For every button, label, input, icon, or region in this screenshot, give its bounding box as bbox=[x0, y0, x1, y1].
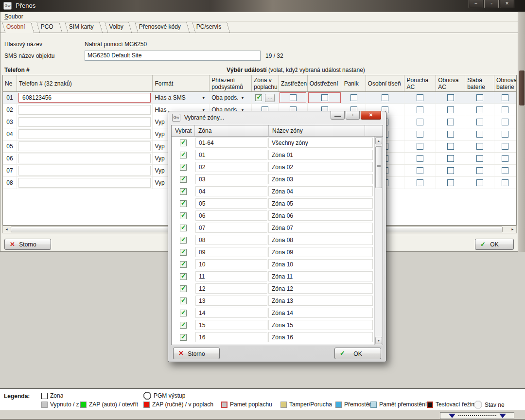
down-triangle-icon[interactable] bbox=[499, 414, 506, 418]
scroll-left-icon[interactable]: ◄ bbox=[3, 227, 10, 232]
tab-osobni[interactable]: Osobní bbox=[2, 22, 35, 33]
zone-alarm-checkbox[interactable]: ✓ bbox=[255, 94, 262, 101]
ac-fail-checkbox[interactable] bbox=[417, 143, 423, 150]
ac-fail-checkbox[interactable] bbox=[417, 167, 423, 174]
zone-row[interactable]: ✓ 10 Zóna 10 bbox=[172, 258, 374, 270]
ac-restore-checkbox[interactable] bbox=[447, 94, 454, 101]
zone-checkbox[interactable]: ✓ bbox=[180, 152, 187, 158]
close-icon[interactable]: ✕ bbox=[361, 111, 381, 120]
ac-restore-checkbox[interactable] bbox=[447, 167, 454, 174]
low-battery-checkbox[interactable] bbox=[476, 106, 483, 113]
ac-restore-checkbox[interactable] bbox=[447, 179, 454, 186]
battery-restore-checkbox[interactable] bbox=[502, 131, 508, 138]
low-battery-checkbox[interactable] bbox=[476, 131, 483, 138]
menu-item-soubor[interactable]: Soubor bbox=[0, 12, 27, 21]
disarm-checkbox[interactable] bbox=[321, 94, 328, 101]
zone-checkbox[interactable]: ✓ bbox=[180, 164, 187, 171]
tab-prenosove-kody[interactable]: Přenosové kódy bbox=[135, 22, 191, 33]
battery-restore-checkbox[interactable] bbox=[502, 119, 508, 125]
low-battery-checkbox[interactable] bbox=[476, 167, 483, 174]
zone-checkbox[interactable]: ✓ bbox=[180, 249, 187, 256]
phone-input[interactable] bbox=[18, 105, 151, 115]
ac-fail-checkbox[interactable] bbox=[417, 131, 423, 138]
dialog-ok-button[interactable]: ✓ OK bbox=[334, 348, 381, 359]
zone-row[interactable]: ✓ 02 Zóna 02 bbox=[172, 161, 374, 173]
battery-restore-checkbox[interactable] bbox=[502, 179, 508, 186]
partition-dropdown[interactable]: Oba pods. ▼ bbox=[210, 92, 252, 104]
tab-sim-karty[interactable]: SIM karty bbox=[65, 22, 104, 33]
dialog-storno-button[interactable]: ✕ Storno bbox=[173, 348, 220, 359]
scroll-right-icon[interactable]: ► bbox=[509, 227, 516, 232]
ac-restore-checkbox[interactable] bbox=[447, 119, 454, 125]
zone-row[interactable]: ✓ 05 Zóna 05 bbox=[172, 197, 374, 210]
ac-restore-checkbox[interactable] bbox=[447, 106, 454, 113]
ac-restore-checkbox[interactable] bbox=[447, 143, 454, 150]
low-battery-checkbox[interactable] bbox=[476, 179, 483, 186]
ac-restore-checkbox[interactable] bbox=[447, 155, 454, 162]
phone-input[interactable] bbox=[18, 129, 151, 139]
phone-input[interactable] bbox=[18, 141, 151, 151]
phone-input[interactable]: 608123456 bbox=[18, 93, 151, 103]
zone-checkbox[interactable]: ✓ bbox=[180, 188, 187, 195]
zone-scrollbar[interactable]: ▲ ▼ bbox=[374, 137, 383, 345]
zone-row[interactable]: ✓ 15 Zóna 15 bbox=[172, 319, 374, 331]
storno-button[interactable]: ✕ Storno bbox=[4, 239, 51, 250]
zone-checkbox[interactable]: ✓ bbox=[180, 225, 187, 231]
zone-checkbox[interactable]: ✓ bbox=[180, 310, 187, 316]
zone-checkbox[interactable]: ✓ bbox=[180, 261, 187, 268]
low-battery-checkbox[interactable] bbox=[476, 119, 483, 125]
zone-row[interactable]: ✓ 09 Zóna 09 bbox=[172, 246, 374, 258]
low-battery-checkbox[interactable] bbox=[476, 94, 483, 101]
zone-row[interactable]: ✓ 01 Zóna 01 bbox=[172, 149, 374, 161]
zone-row[interactable]: ✓ 16 Zóna 16 bbox=[172, 331, 374, 343]
panic-checkbox[interactable] bbox=[350, 94, 357, 101]
zone-row[interactable]: ✓ 06 Zóna 06 bbox=[172, 210, 374, 222]
format-dropdown[interactable]: Hlas a SMS ▼ bbox=[153, 92, 210, 104]
maximize-icon[interactable]: ▫ bbox=[346, 111, 360, 120]
tab-pc-servis[interactable]: PC/servis bbox=[192, 22, 231, 33]
battery-restore-checkbox[interactable] bbox=[502, 143, 508, 150]
zone-row[interactable]: ✓ 08 Zóna 08 bbox=[172, 234, 374, 246]
maximize-icon[interactable]: ▫ bbox=[484, 0, 499, 8]
phone-input[interactable] bbox=[18, 117, 151, 127]
sms-name-input[interactable]: MG6250 Default Site bbox=[85, 51, 261, 61]
tab-pco[interactable]: PCO bbox=[36, 22, 63, 33]
close-icon[interactable]: ✕ bbox=[500, 0, 514, 8]
tab-volby[interactable]: Volby bbox=[105, 22, 133, 33]
zone-checkbox[interactable]: ✓ bbox=[180, 200, 187, 207]
ac-fail-checkbox[interactable] bbox=[417, 179, 423, 186]
ac-restore-checkbox[interactable] bbox=[447, 131, 454, 138]
zone-checkbox[interactable]: ✓ bbox=[180, 298, 187, 304]
phone-input[interactable] bbox=[18, 166, 151, 175]
ac-fail-checkbox[interactable] bbox=[417, 119, 423, 125]
zone-checkbox[interactable]: ✓ bbox=[180, 237, 187, 244]
zone-checkbox[interactable]: ✓ bbox=[180, 140, 187, 146]
zone-row[interactable]: ✓ 04 Zóna 04 bbox=[172, 185, 374, 197]
ac-fail-checkbox[interactable] bbox=[417, 94, 423, 101]
arm-checkbox[interactable] bbox=[290, 94, 297, 101]
zone-checkbox[interactable]: ✓ bbox=[180, 334, 187, 341]
zone-row[interactable]: ✓ 13 Zóna 13 bbox=[172, 295, 374, 307]
minimize-icon[interactable] bbox=[331, 111, 345, 120]
scrollbar-thumb[interactable] bbox=[375, 146, 382, 188]
low-battery-checkbox[interactable] bbox=[476, 143, 483, 150]
zone-checkbox[interactable]: ✓ bbox=[180, 273, 187, 280]
zone-row[interactable]: ✓ 07 Zóna 07 bbox=[172, 222, 374, 234]
zone-row[interactable]: ✓ 12 Zóna 12 bbox=[172, 282, 374, 295]
ok-button[interactable]: ✓ OK bbox=[475, 239, 514, 250]
phone-input[interactable] bbox=[18, 154, 151, 163]
battery-restore-checkbox[interactable] bbox=[502, 155, 508, 162]
battery-restore-checkbox[interactable] bbox=[502, 106, 508, 113]
low-battery-checkbox[interactable] bbox=[476, 155, 483, 162]
personal-checkbox[interactable] bbox=[382, 94, 388, 101]
zone-row[interactable]: ✓ 01-64 Všechny zóny bbox=[172, 137, 374, 149]
battery-restore-checkbox[interactable] bbox=[502, 167, 508, 174]
zone-checkbox[interactable]: ✓ bbox=[180, 212, 187, 219]
ac-fail-checkbox[interactable] bbox=[417, 106, 423, 113]
ac-fail-checkbox[interactable] bbox=[417, 155, 423, 162]
zone-checkbox[interactable]: ✓ bbox=[180, 285, 187, 292]
scroll-down-icon[interactable]: ▼ bbox=[375, 337, 382, 344]
battery-restore-checkbox[interactable] bbox=[502, 94, 508, 101]
zone-checkbox[interactable]: ✓ bbox=[180, 176, 187, 183]
zone-row[interactable]: ✓ 14 Zóna 14 bbox=[172, 307, 374, 319]
